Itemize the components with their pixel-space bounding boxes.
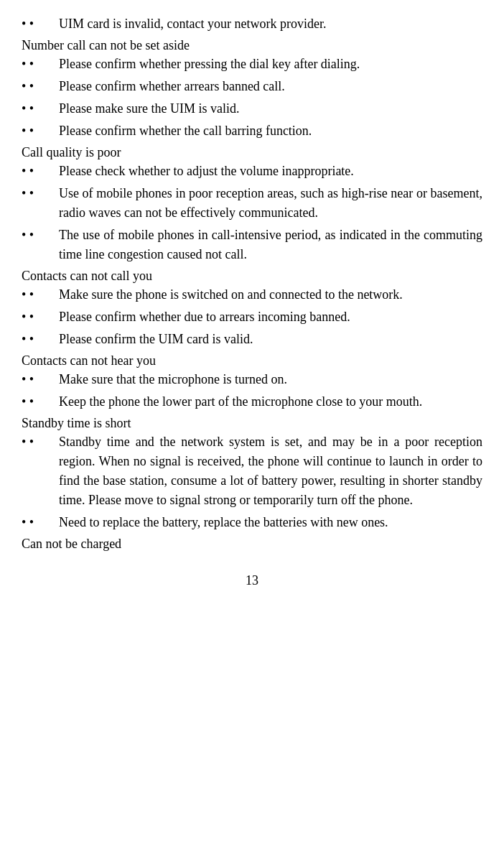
page-content: • • UIM card is invalid, contact your ne… [22, 14, 482, 588]
list-item: • • Please confirm the UIM card is valid… [22, 330, 482, 349]
list-item: • • Please check whether to adjust the v… [22, 162, 482, 181]
list-item: • • Make sure the phone is switched on a… [22, 285, 482, 305]
bullet-text: Please confirm whether due to arrears in… [59, 307, 482, 327]
bullet-symbol: • • [22, 285, 59, 305]
bullet-text: Please confirm whether arrears banned ca… [59, 77, 482, 96]
section-heading-standby: Standby time is short [22, 416, 482, 431]
bullet-text: Please confirm whether pressing the dial… [59, 55, 482, 74]
list-item: • • Keep the phone the lower part of the… [22, 392, 482, 412]
section-heading-number-call: Number call can not be set aside [22, 38, 482, 53]
list-item: • • Use of mobile phones in poor recepti… [22, 184, 482, 223]
bullet-text: Keep the phone the lower part of the mic… [59, 392, 482, 412]
bullet-symbol: • • [22, 307, 59, 327]
bullet-symbol: • • [22, 432, 59, 452]
list-item: • • Please confirm whether due to arrear… [22, 307, 482, 327]
bullet-text: Make sure the phone is switched on and c… [59, 285, 482, 305]
bullet-text: Please confirm whether the call barring … [59, 121, 482, 141]
bullet-symbol: • • [22, 162, 59, 181]
bullet-symbol: • • [22, 226, 59, 245]
bullet-symbol: • • [22, 370, 59, 389]
section-heading-contacts-hear: Contacts can not hear you [22, 353, 482, 368]
bullet-text: Use of mobile phones in poor reception a… [59, 184, 482, 223]
bullet-text: Please make sure the UIM is valid. [59, 99, 482, 119]
section-heading-cannot-charge: Can not be charged [22, 537, 482, 552]
bullet-text: Please confirm the UIM card is valid. [59, 330, 482, 349]
section-heading-call-quality: Call quality is poor [22, 145, 482, 160]
bullet-symbol: • • [22, 55, 59, 74]
bullet-text: Need to replace the battery, replace the… [59, 513, 482, 532]
bullet-symbol: • • [22, 99, 59, 119]
bullet-symbol: • • [22, 121, 59, 141]
bullet-text: Make sure that the microphone is turned … [59, 370, 482, 389]
page-number: 13 [22, 573, 482, 588]
bullet-symbol: • • [22, 392, 59, 412]
bullet-text: The use of mobile phones in call-intensi… [59, 226, 482, 264]
list-item: • • UIM card is invalid, contact your ne… [22, 14, 482, 34]
bullet-symbol: • • [22, 330, 59, 349]
list-item: • • Please confirm whether the call barr… [22, 121, 482, 141]
bullet-text: UIM card is invalid, contact your networ… [59, 14, 482, 34]
list-item: • • Please make sure the UIM is valid. [22, 99, 482, 119]
list-item: • • Standby time and the network system … [22, 432, 482, 510]
bullet-text: Please check whether to adjust the volum… [59, 162, 482, 181]
bullet-symbol: • • [22, 14, 59, 34]
list-item: • • Please confirm whether arrears banne… [22, 77, 482, 96]
list-item: • • Need to replace the battery, replace… [22, 513, 482, 532]
bullet-symbol: • • [22, 184, 59, 203]
list-item: • • The use of mobile phones in call-int… [22, 226, 482, 264]
bullet-symbol: • • [22, 77, 59, 96]
section-heading-contacts-call: Contacts can not call you [22, 269, 482, 284]
bullet-symbol: • • [22, 513, 59, 532]
list-item: • • Make sure that the microphone is tur… [22, 370, 482, 389]
list-item: • • Please confirm whether pressing the … [22, 55, 482, 74]
bullet-text: Standby time and the network system is s… [59, 432, 482, 510]
